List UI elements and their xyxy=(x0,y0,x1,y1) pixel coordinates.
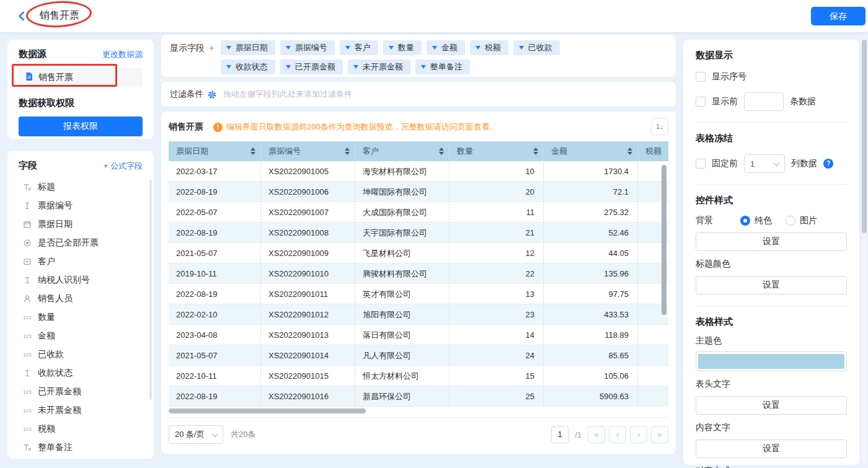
field-item[interactable]: 123数量 xyxy=(19,308,143,327)
field-item[interactable]: 123税额 xyxy=(19,420,143,438)
back-icon[interactable] xyxy=(16,10,27,25)
table-row[interactable]: 2022-05-07XS20220901007大成国际有限公司11275.32 xyxy=(169,202,668,223)
field-item[interactable]: 标题 xyxy=(19,178,143,196)
field-item[interactable]: 销售人员 xyxy=(19,289,143,308)
table-row[interactable]: 2022-08-19XS20220901016新昌环保公司255909.63 xyxy=(169,386,668,407)
table-row[interactable]: 2022-03-17XS20220901005海安材料有限公司101730.4 xyxy=(169,161,668,182)
field-item[interactable]: 客户 xyxy=(19,252,143,271)
field-item[interactable]: 123已开票金额 xyxy=(19,382,143,401)
column-header[interactable]: 数量 xyxy=(450,141,544,161)
field-item[interactable]: 票据编号 xyxy=(19,196,143,215)
field-item[interactable]: 纳税人识别号 xyxy=(19,271,143,289)
header-text-settings-button[interactable]: 设置 xyxy=(696,396,847,415)
table-row[interactable]: 2022-10-11XS20220901015恒太方材料公司15105.06 xyxy=(169,366,668,386)
page-title[interactable]: 销售开票 xyxy=(36,9,83,26)
table-row[interactable]: 2021-05-07XS20220901014凡人有限公司2485.65 xyxy=(169,345,668,366)
table-cell: 52.46 xyxy=(544,223,638,243)
table-row[interactable]: 2023-04-08XS20220901013落日有限公司14118.89 xyxy=(169,325,668,345)
display-field-chip[interactable]: 金额 xyxy=(427,40,465,55)
field-item[interactable]: 是否已全部开票 xyxy=(19,234,143,252)
datasource-item[interactable]: 销售开票 xyxy=(19,68,143,87)
field-item[interactable]: 整单备注 xyxy=(19,438,143,457)
first-page-button[interactable]: « xyxy=(588,426,605,443)
last-page-button[interactable]: » xyxy=(651,426,668,443)
save-button[interactable]: 保存 xyxy=(811,7,866,25)
chevron-down-icon xyxy=(519,46,524,50)
bg-solid-option[interactable]: 纯色 xyxy=(740,215,772,226)
display-field-chip[interactable]: 票据编号 xyxy=(280,40,335,55)
freeze-columns-checkbox[interactable] xyxy=(696,159,706,169)
field-item-label: 金额 xyxy=(38,330,55,342)
content-text-settings-button[interactable]: 设置 xyxy=(696,439,847,458)
sort-arrows-icon[interactable] xyxy=(439,148,444,155)
column-header[interactable]: 客户 xyxy=(355,141,450,161)
divider xyxy=(696,184,847,185)
display-field-chip[interactable]: 已开票金额 xyxy=(280,60,343,74)
field-item[interactable]: 123未开票金额 xyxy=(19,401,143,420)
display-field-chip[interactable]: 收款状态 xyxy=(221,60,275,74)
column-header[interactable]: 票据日期 xyxy=(169,141,261,161)
title-color-settings-button[interactable]: 设置 xyxy=(696,276,847,294)
fields-scrollbar[interactable] xyxy=(149,180,152,400)
number-icon: 123 xyxy=(22,333,32,339)
page-size-select[interactable]: 20 条/页 xyxy=(169,425,223,444)
show-first-count-input[interactable] xyxy=(744,92,784,111)
table-row[interactable]: 2022-02-10XS20220901012旭阳有限公司23433.53 xyxy=(169,304,668,325)
display-field-chip[interactable]: 票据日期 xyxy=(221,40,275,55)
show-first-checkbox[interactable] xyxy=(696,97,706,107)
prev-page-button[interactable]: ‹ xyxy=(609,426,626,443)
display-field-chip[interactable]: 已收款 xyxy=(513,40,560,55)
column-header-label: 金额 xyxy=(551,146,567,157)
field-item[interactable]: 收款状态 xyxy=(19,364,143,382)
display-fields-panel: 显示字段 + 票据日期票据编号客户数量金额税额已收款收款状态已开票金额未开票金额… xyxy=(161,35,676,77)
table-cell: 凡人有限公司 xyxy=(355,345,450,366)
help-icon[interactable]: ? xyxy=(823,159,833,169)
table-horizontal-scrollbar[interactable] xyxy=(169,408,668,413)
column-header[interactable]: 票据编号 xyxy=(261,141,355,161)
display-field-chip[interactable]: 整单备注 xyxy=(415,60,470,74)
chip-label: 金额 xyxy=(441,42,458,53)
sort-order-icon[interactable]: 1↓ xyxy=(651,118,668,135)
theme-color-swatch xyxy=(698,354,844,369)
bg-image-option[interactable]: 图片 xyxy=(786,215,817,226)
page-scrollbar[interactable] xyxy=(862,35,867,466)
theme-color-picker[interactable] xyxy=(696,351,847,371)
column-header-label: 客户 xyxy=(363,146,379,157)
formula-field-link[interactable]: + 公式字段 xyxy=(104,161,143,172)
current-page-input[interactable]: 1 xyxy=(551,426,569,443)
freeze-count-select[interactable]: 1 xyxy=(744,154,785,173)
table-cell: XS20220901010 xyxy=(261,263,355,284)
report-permission-button[interactable]: 报表权限 xyxy=(19,117,143,136)
column-header[interactable]: 税额 xyxy=(638,141,668,161)
table-row[interactable]: 2019-10-11XS20220901010腾骏材料有限公司22135.96 xyxy=(169,263,668,284)
field-item[interactable]: 票据日期 xyxy=(19,215,143,234)
display-field-chip[interactable]: 税额 xyxy=(470,40,508,55)
show-index-checkbox[interactable] xyxy=(696,72,706,82)
gear-icon[interactable] xyxy=(208,91,216,99)
field-item[interactable]: 123金额 xyxy=(19,327,143,345)
sort-arrows-icon[interactable] xyxy=(250,148,255,155)
column-header[interactable]: 金额 xyxy=(544,141,638,161)
sort-arrows-icon[interactable] xyxy=(345,148,350,155)
table-header-row: 票据日期票据编号客户数量金额税额 xyxy=(169,141,668,161)
sort-arrows-icon[interactable] xyxy=(627,148,632,155)
number-icon: 123 xyxy=(22,426,32,432)
filter-dropzone-placeholder[interactable]: 拖动左侧字段到此处来添加过滤条件 xyxy=(223,89,352,100)
table-row[interactable]: 2021-05-07XS20220901009飞星材料公司1244.05 xyxy=(169,243,668,263)
table-row[interactable]: 2022-08-19XS20220901008天宇国际有限公司2152.46 xyxy=(169,223,668,243)
field-item[interactable]: 123已收款 xyxy=(19,345,143,364)
display-field-chip[interactable]: 未开票金额 xyxy=(348,60,410,74)
change-datasource-link[interactable]: 更改数据源 xyxy=(102,49,143,60)
next-page-button[interactable]: › xyxy=(630,426,647,443)
text-icon xyxy=(22,369,32,377)
background-settings-button[interactable]: 设置 xyxy=(696,232,847,251)
table-row[interactable]: 2022-08-19XS20220901011英才有限公司1397.75 xyxy=(169,284,668,304)
sort-arrows-icon[interactable] xyxy=(533,148,538,155)
table-cell: XS20220901014 xyxy=(261,345,355,366)
table-row[interactable]: 2022-08-19XS20220901006坤曜国际有限公司2072.1 xyxy=(169,182,668,202)
table-vertical-scrollbar[interactable] xyxy=(662,165,666,315)
display-field-chip[interactable]: 客户 xyxy=(340,40,378,55)
text-icon xyxy=(22,201,32,210)
display-field-chip[interactable]: 数量 xyxy=(383,40,422,55)
add-field-button[interactable]: + xyxy=(209,42,215,71)
